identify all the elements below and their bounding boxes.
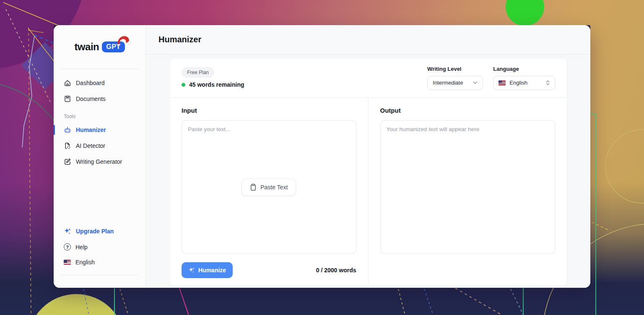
sidebar-item-label: Writing Generator [76, 158, 122, 165]
plan-info: Free Plan 45 words remaining [182, 67, 244, 88]
sidebar-item-language[interactable]: English [60, 256, 139, 269]
sidebar-item-dashboard[interactable]: Dashboard [60, 76, 139, 90]
input-title: Input [182, 107, 356, 114]
help-icon: ? [64, 243, 71, 250]
sidebar-item-documents[interactable]: Documents [60, 92, 139, 106]
sparkles-icon [188, 267, 195, 274]
humanize-label: Humanize [198, 267, 226, 274]
sidebar-item-label: Upgrade Plan [76, 228, 114, 235]
sidebar-item-help[interactable]: ? Help [60, 240, 139, 254]
plan-badge: Free Plan [182, 67, 214, 77]
sidebar-tools: Humanizer AI Detector [60, 122, 139, 169]
yellow-dashed-line [6, 9, 51, 104]
humanize-button[interactable]: Humanize [182, 262, 233, 278]
yellow-dashed-line [587, 220, 610, 231]
io-panels: Input Paste Text [170, 98, 567, 286]
page-title: Humanizer [158, 35, 201, 44]
brand-logo[interactable]: twain GPT [74, 41, 125, 53]
blue-dashed-line [34, 35, 55, 44]
pink-line [179, 288, 189, 315]
blue-dashed-line [424, 289, 433, 315]
sidebar-item-label: Dashboard [76, 80, 105, 86]
paste-text-button[interactable]: Paste Text [242, 178, 296, 196]
sparkles-icon [64, 227, 71, 235]
status-dot [182, 83, 185, 87]
main-area: Humanizer Free Plan 45 words remaining [146, 25, 590, 288]
sidebar-item-upgrade-plan[interactable]: Upgrade Plan [60, 224, 139, 238]
sidebar-nav: Dashboard Documents [60, 69, 139, 106]
sidebar-item-label: Documents [76, 96, 106, 102]
sidebar-item-label: Help [75, 244, 88, 250]
home-icon [64, 79, 71, 87]
orange-dashed-line [29, 28, 31, 315]
sidebar-footer: Upgrade Plan ? Help English [60, 224, 139, 288]
sidebar-item-label: English [75, 259, 95, 266]
edit-pencil-icon [64, 158, 71, 165]
brand-name: twain [74, 41, 99, 53]
yellow-line [3, 3, 64, 28]
sidebar-item-writing-generator[interactable]: Writing Generator [60, 155, 139, 169]
output-title: Output [380, 107, 556, 114]
chevron-updown-icon [546, 80, 550, 85]
output-panel: Output Your humanized text will appear h… [369, 98, 567, 286]
word-counter: 0 / 2000 words [316, 267, 356, 274]
sidebar-item-ai-detector[interactable]: AI Detector [60, 139, 139, 153]
document-scan-icon [64, 142, 71, 150]
sidebar-footer-divider [60, 275, 139, 275]
plan-settings-row: Free Plan 45 words remaining Writing Lev… [170, 58, 567, 98]
writing-level-value: Intermediate [433, 80, 463, 86]
language-select[interactable]: English [493, 76, 555, 90]
output-textbox[interactable]: Your humanized text will appear here [380, 120, 556, 254]
yellow-line [28, 28, 55, 62]
input-footer: Humanize 0 / 2000 words [182, 262, 356, 278]
sidebar-tools-heading: Tools [64, 114, 135, 119]
writing-level-label: Writing Level [427, 66, 483, 72]
us-flag-icon [499, 80, 506, 85]
paste-text-label: Paste Text [260, 184, 288, 191]
language-value: English [509, 80, 527, 86]
main-header: Humanizer [146, 25, 590, 54]
sidebar: twain GPT Dashboard [54, 25, 146, 288]
sidebar-item-humanizer[interactable]: Humanizer [60, 123, 139, 137]
us-flag-icon [64, 260, 71, 265]
santa-hat-icon [114, 34, 132, 49]
yellow-dashed-line [398, 289, 405, 315]
salmon-dashed-line [455, 288, 502, 315]
language-label: Language [493, 66, 555, 72]
input-panel: Input Paste Text [170, 98, 369, 286]
sidebar-item-label: Humanizer [76, 127, 106, 133]
main-content: Free Plan 45 words remaining Writing Lev… [146, 54, 590, 288]
blue-dashed-line [83, 289, 89, 315]
chevron-down-icon [473, 81, 478, 84]
humanizer-card: Free Plan 45 words remaining Writing Lev… [169, 58, 567, 286]
writing-level-select[interactable]: Intermediate [427, 76, 483, 90]
book-icon [64, 95, 71, 103]
green-circle-shape [506, 0, 544, 26]
output-footer-spacer [380, 262, 556, 278]
input-textbox: Paste Text [182, 120, 356, 254]
output-placeholder: Your humanized text will appear here [387, 126, 480, 132]
clipboard-icon [250, 183, 257, 191]
settings-controls: Writing Level Intermediate Language [427, 66, 555, 90]
robot-icon [64, 126, 71, 134]
words-remaining: 45 words remaining [189, 81, 244, 88]
yellow-ring-shape [605, 129, 644, 203]
sidebar-item-label: AI Detector [76, 142, 105, 149]
lightblue-zigzag-line [22, 36, 34, 147]
green-curve [0, 85, 56, 123]
olive-circle-shape [28, 294, 125, 315]
app-window: twain GPT Dashboard [54, 25, 590, 288]
yellow-line [28, 30, 44, 33]
blue-dashed-line [511, 289, 523, 315]
orange-dashed-line [120, 289, 128, 315]
